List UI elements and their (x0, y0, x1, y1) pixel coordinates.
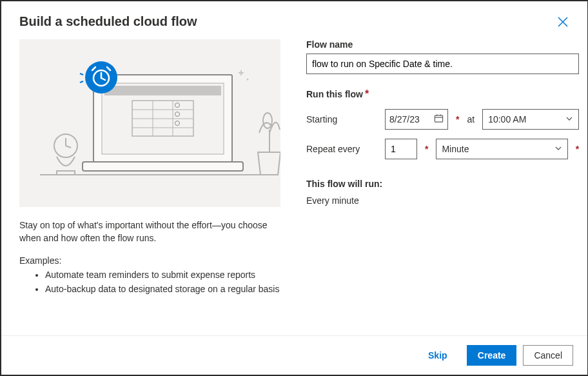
starting-label: Starting (306, 114, 377, 124)
required-indicator: * (456, 114, 459, 124)
examples-list: Automate team reminders to submit expens… (19, 268, 280, 296)
starting-date-picker[interactable]: 8/27/23 (385, 109, 448, 130)
scheduled-flow-dialog: Build a scheduled cloud flow (0, 0, 588, 376)
run-summary-value: Every minute (306, 195, 579, 206)
starting-date-value: 8/27/23 (389, 114, 420, 124)
chevron-down-icon (554, 144, 562, 154)
svg-point-29 (247, 79, 249, 81)
at-label: at (467, 114, 475, 124)
left-column: Stay on top of what's important without … (19, 39, 280, 297)
required-indicator: * (363, 88, 369, 99)
required-indicator: * (425, 144, 428, 154)
run-this-flow-section: Run this flow* Starting 8/27/23 * at 10:… (306, 88, 579, 159)
svg-rect-5 (104, 86, 221, 95)
dialog-title: Build a scheduled cloud flow (19, 14, 197, 29)
dialog-footer: Skip Create Cancel (1, 335, 587, 375)
create-button[interactable]: Create (467, 345, 517, 366)
cancel-button[interactable]: Cancel (523, 345, 573, 366)
run-this-flow-label: Run this flow (306, 89, 363, 99)
schedule-illustration (19, 39, 280, 207)
repeat-unit-value: Minute (442, 144, 469, 154)
calendar-icon (434, 114, 444, 125)
example-item: Automate team reminders to submit expens… (45, 268, 280, 281)
skip-button[interactable]: Skip (415, 345, 460, 366)
illustration (19, 39, 280, 207)
flow-name-label: Flow name (306, 39, 579, 50)
run-summary-label: This flow will run: (306, 179, 579, 189)
example-item: Auto-backup data to designated storage o… (45, 282, 280, 295)
repeat-count-input[interactable] (385, 139, 417, 159)
repeat-row: Repeat every * Minute * (306, 139, 579, 159)
flow-name-input[interactable] (306, 54, 579, 74)
dialog-header: Build a scheduled cloud flow (1, 1, 587, 34)
svg-rect-30 (435, 115, 442, 122)
close-button[interactable] (556, 15, 569, 28)
dialog-content: Stay on top of what's important without … (1, 34, 587, 302)
starting-time-value: 10:00 AM (488, 114, 526, 124)
examples-label: Examples: (19, 255, 280, 266)
chevron-down-icon (565, 114, 573, 124)
svg-rect-4 (83, 162, 243, 171)
repeat-label: Repeat every (306, 144, 377, 154)
close-icon (558, 17, 568, 27)
starting-time-select[interactable]: 10:00 AM (482, 109, 579, 130)
right-column: Flow name Run this flow* Starting 8/27/2… (306, 39, 579, 297)
repeat-unit-select[interactable]: Minute (436, 139, 567, 159)
starting-row: Starting 8/27/23 * at 10:00 AM (306, 109, 579, 130)
description-text: Stay on top of what's important without … (19, 219, 280, 245)
required-indicator: * (576, 144, 579, 154)
